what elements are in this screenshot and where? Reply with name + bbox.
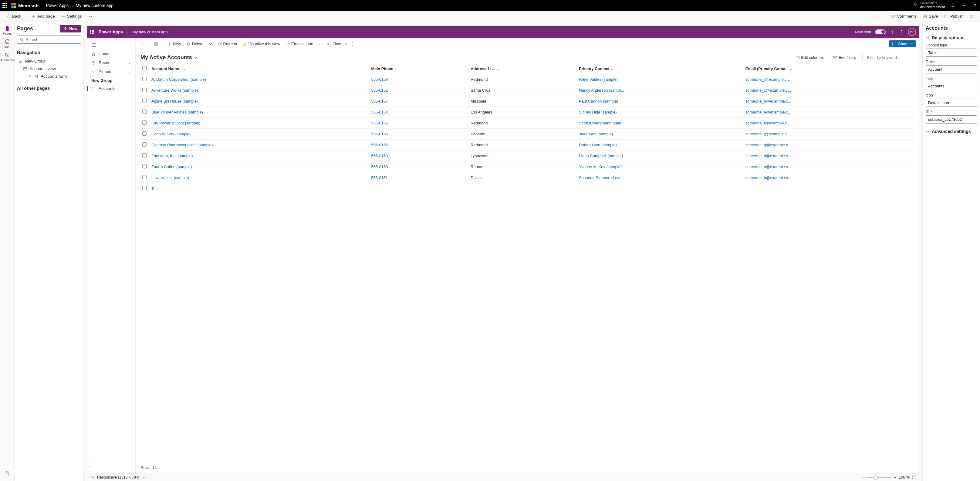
save-button[interactable]: Save [920, 13, 940, 20]
account-name-link[interactable]: Test [151, 186, 159, 191]
row-checkbox[interactable] [142, 131, 146, 135]
row-checkbox[interactable] [142, 121, 146, 125]
view-selector[interactable]: My Active Accounts [140, 54, 197, 61]
phone-link[interactable]: 555-0153 [371, 154, 388, 158]
grid-refresh-button[interactable]: Refresh [215, 40, 240, 47]
phone-link[interactable]: 555-0150 [371, 164, 388, 169]
contact-link[interactable]: Sidney Higa (sample) [579, 110, 617, 115]
table-row[interactable]: Adventure Works (sample)555-0152Santa Cr… [140, 85, 914, 96]
responsive-label[interactable]: Responsive (1316 x 784) [97, 475, 139, 479]
phone-link[interactable]: 555-0159 [371, 132, 388, 136]
account-name-link[interactable]: Litware, Inc. (sample) [151, 175, 189, 180]
title-input[interactable] [926, 82, 977, 90]
contact-link[interactable]: Jim Glynn (sample) [579, 132, 613, 136]
zoom-slider[interactable] [867, 477, 891, 478]
grid-back-button[interactable] [138, 41, 148, 47]
email-link[interactable]: someone_c@example.c... [746, 88, 791, 92]
row-checkbox[interactable] [142, 77, 146, 81]
col-email[interactable]: Email (Primary Conta...⌄ [744, 64, 914, 74]
email-link[interactable]: someone_a@example.c... [746, 164, 791, 169]
grid-new-button[interactable]: New [165, 40, 183, 47]
grid-visualize-button[interactable]: Visualize this view [240, 40, 282, 47]
table-row[interactable]: Coho Winery (sample)555-0159PhoenixJim G… [140, 129, 914, 140]
phone-link[interactable]: 555-0152 [371, 88, 388, 92]
icon-input[interactable] [926, 99, 977, 107]
phone-link[interactable]: 555-0155 [371, 121, 388, 125]
rail-pages[interactable]: Pages [1, 24, 14, 37]
notifications-icon[interactable] [950, 3, 956, 8]
email-link[interactable]: someone_j@example.c... [746, 132, 790, 136]
col-account-name[interactable]: Account Name↑⌄ [150, 64, 369, 74]
new-look-toggle[interactable] [875, 29, 886, 34]
col-main-phone[interactable]: Main Phone⌄ [369, 64, 469, 74]
nav-recent[interactable]: Recent ⌄ [87, 58, 135, 67]
nav-pinned[interactable]: Pinned ⌄ [87, 67, 135, 76]
account-name-link[interactable]: Contoso Pharmaceuticals (sample) [151, 143, 213, 147]
grid-share-button[interactable]: Share [889, 40, 916, 47]
select-all-checkbox[interactable] [142, 66, 146, 70]
account-name-link[interactable]: Adventure Works (sample) [151, 88, 198, 92]
email-link[interactable]: someone_e@example.c... [746, 110, 791, 115]
app-waffle-icon[interactable] [90, 30, 94, 34]
contact-link[interactable]: Robert Lyon (sample) [579, 143, 617, 147]
col-city[interactable]: Address 1: ...⌄ [469, 64, 577, 74]
grid-more-button[interactable] [350, 41, 356, 47]
grid-flow-button[interactable]: Flow [325, 40, 349, 47]
row-checkbox[interactable] [142, 164, 146, 169]
grid-email-chevron[interactable] [316, 41, 324, 47]
contact-link[interactable]: Nancy Anderson (sampl... [579, 88, 624, 92]
rail-data[interactable]: Data [1, 37, 14, 50]
contact-link[interactable]: Susanna Stubberod (sa... [579, 175, 624, 180]
table-row[interactable]: Fabrikam, Inc. (sample)555-0153LynnwoodM… [140, 151, 914, 161]
display-options-section[interactable]: Display options [926, 35, 977, 40]
phone-link[interactable]: 555-0154 [371, 110, 388, 115]
table-row[interactable]: A. Datum Corporation (sample)555-0158Red… [140, 74, 914, 85]
contact-link[interactable]: Maria Campbell (sample) [579, 154, 623, 158]
fit-icon[interactable] [912, 475, 916, 479]
grid-delete-button[interactable]: Delete [184, 40, 206, 47]
email-link[interactable]: someone_i@example.c... [746, 77, 790, 82]
phone-link[interactable]: 555-0157 [371, 99, 388, 104]
table-row[interactable]: Alpine Ski House (sample)555-0157Missoul… [140, 96, 914, 107]
account-name-link[interactable]: A. Datum Corporation (sample) [151, 77, 206, 82]
contact-link[interactable]: Rene Valdes (sample) [579, 77, 618, 82]
more-button[interactable] [86, 14, 94, 18]
filter-keyword-input[interactable] [867, 55, 918, 60]
nav-home[interactable]: Home [87, 49, 135, 58]
nav-accounts[interactable]: Accounts [87, 84, 135, 93]
comments-button[interactable]: Comments [888, 13, 919, 20]
new-page-button[interactable]: New [60, 25, 81, 32]
table-row[interactable]: Blue Yonder Airlines (sample)555-0154Los… [140, 107, 914, 118]
id-input[interactable] [926, 115, 977, 124]
phone-link[interactable]: 555-0151 [371, 175, 388, 180]
chevron-down-icon[interactable] [142, 476, 145, 479]
play-button[interactable] [967, 13, 976, 20]
pages-search[interactable] [17, 35, 81, 44]
tree-new-group[interactable]: New Group [17, 57, 81, 65]
account-name-link[interactable]: Blue Yonder Airlines (sample) [151, 110, 203, 115]
contact-link[interactable]: Paul Cannon (sample) [579, 99, 618, 104]
grid-email-button[interactable]: Email a Link [283, 40, 315, 47]
account-name-link[interactable]: Coho Winery (sample) [151, 132, 191, 136]
settings-button[interactable]: Settings [59, 13, 84, 20]
pages-search-input[interactable] [26, 37, 78, 42]
contact-link[interactable]: Yvonne McKay (sample) [579, 164, 622, 169]
app-launcher-icon[interactable] [2, 3, 7, 8]
app-settings-icon[interactable] [890, 29, 895, 34]
tree-accounts-view[interactable]: Accounts view [17, 65, 81, 73]
rail-automation[interactable]: Automation [1, 50, 14, 64]
email-link[interactable]: someone_b@example.c... [746, 175, 791, 180]
email-link[interactable]: someone_g@example.c... [746, 143, 791, 147]
contact-link[interactable]: Scott Konersmann (sam... [579, 121, 624, 125]
content-type-input[interactable] [926, 49, 977, 57]
zoom-in-button[interactable]: + [894, 475, 896, 480]
account-name-link[interactable]: Fourth Coffee (sample) [151, 164, 192, 169]
account-name-link[interactable]: Fabrikam, Inc. (sample) [151, 154, 193, 158]
advanced-settings-section[interactable]: Advanced settings [926, 129, 977, 134]
row-checkbox[interactable] [142, 110, 146, 114]
user-avatar[interactable]: MP [908, 28, 916, 36]
row-checkbox[interactable] [142, 142, 146, 147]
zoom-out-button[interactable]: − [862, 475, 865, 480]
email-link[interactable]: someone_h@example.c... [746, 99, 791, 104]
col-select[interactable] [140, 64, 150, 74]
